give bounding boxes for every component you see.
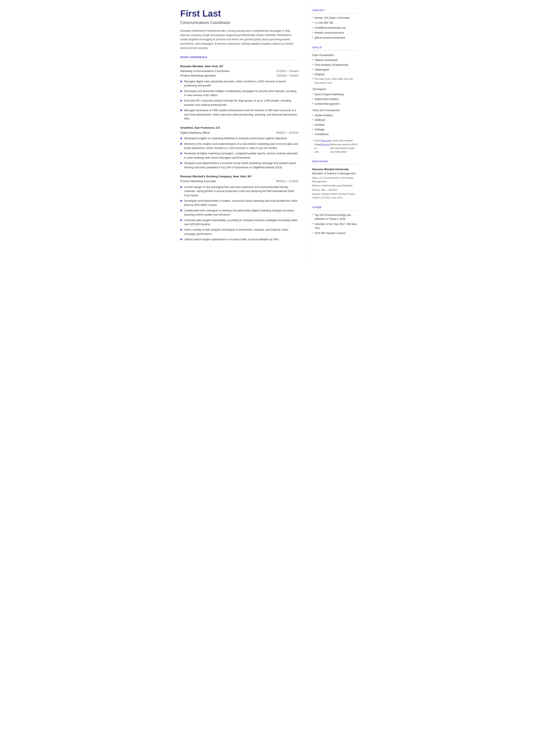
bullet-text: Developed and implemented a modern, succ…: [184, 199, 299, 207]
skill-item: Zendesk: [312, 123, 358, 127]
other-list: Top 100 Professional Blogs and Websites …: [312, 213, 358, 235]
edu-detail-2: Boston, MA — 05/2011: [312, 188, 358, 192]
bullet-text: Worked on the creation and implementatio…: [184, 142, 299, 151]
bullet-item: Led the design of new packaging that use…: [180, 185, 299, 198]
skill-item: Infogram: [312, 72, 358, 76]
edu-detail-0: Major in Communications Technology Manag…: [312, 176, 358, 183]
left-column: First Last Communications Coordinator En…: [171, 0, 306, 259]
skill-item: Datawrapper: [312, 68, 358, 71]
contact-item-0: Denver, OH (Open to Remote): [312, 16, 358, 20]
skill-item: AdStage: [312, 127, 358, 131]
job-role-title: Marketing Communications Coordinator: [180, 69, 230, 73]
jobs-container: Resume Worded, New York, NYMarketing Com…: [180, 64, 299, 241]
skills-note: Recruiter note: enter skills from job de…: [312, 77, 358, 85]
bullet-item: Utilized search engine optimization to i…: [180, 238, 299, 241]
contact-section: CONTACT Denver, OH (Open to Remote)+1-23…: [312, 9, 358, 40]
bullet-dot-icon: [180, 109, 182, 111]
resume-page: First Last Communications Coordinator En…: [171, 0, 365, 259]
skills-cat-title: Data Visualization:: [312, 53, 358, 57]
bullet-text: Utilized search engine optimization to i…: [184, 238, 279, 241]
bullet-dot-icon: [180, 238, 182, 240]
contact-item-3: linkedin.com/in/username: [312, 31, 358, 35]
bullet-dot-icon: [180, 100, 182, 101]
contact-item-1: +1-234-456-789: [312, 21, 358, 25]
skill-item: Zoho Analytics (Experienced): [312, 63, 358, 67]
skill-item: Content Management: [312, 102, 358, 106]
job-date: 08/2012 – 01/2015: [276, 179, 298, 183]
bullet-item: Reviewed all digital marketing campaigns…: [180, 152, 299, 160]
job-block-0: Resume Worded, New York, NYMarketing Com…: [180, 64, 299, 121]
rw-link[interactable]: Resume Worded: [321, 139, 330, 146]
skills-cat-title: Tools and Frameworks:: [312, 108, 358, 113]
bullet-item: Designed and implemented a successful so…: [180, 161, 299, 170]
skills-container: Data Visualization:Tableau (Advanced)Zoh…: [312, 53, 358, 154]
bullet-dot-icon: [180, 143, 182, 145]
skills-category-2: Tools and Frameworks:Adobe AnalyticsSEMr…: [312, 108, 358, 136]
bullet-item: Developed and launched multiple crowdfun…: [180, 89, 299, 98]
other-item-0: Top 100 Professional Blogs and Websites …: [312, 213, 358, 221]
skill-item: Search Engine Marketing: [312, 93, 358, 96]
contact-item-2: email@resumeworded.com: [312, 26, 358, 30]
name: First Last: [180, 9, 299, 18]
edu-detail-3: Awards: National Merit Scholar Finalist,…: [312, 192, 358, 200]
skills-label: SKILLS: [312, 46, 358, 50]
bullet-text: Achieved sales targets dependably, accor…: [184, 218, 299, 227]
bullet-dot-icon: [180, 219, 182, 221]
skills-category-1: Techniques:Search Engine MarketingDigita…: [312, 87, 358, 106]
bullet-item: Worked on the creation and implementatio…: [180, 142, 299, 151]
bullet-text: Managed digital sales streaming accounts…: [184, 79, 299, 88]
bullet-dot-icon: [180, 153, 182, 154]
job-role-row-1-0: Digital Marketing Officer05/2017 – 10/20…: [180, 130, 299, 135]
skills-list-0: Tableau (Advanced)Zoho Analytics (Experi…: [312, 58, 358, 76]
bullet-dot-icon: [180, 90, 182, 92]
other-label: OTHER: [312, 206, 358, 210]
edu-detail-1: Minors in Mathematics and Statistics: [312, 184, 358, 187]
job-date: 07/2019 – Present: [276, 69, 298, 73]
skill-item: Adobe Analytics: [312, 113, 358, 117]
summary: Energetic Marketing Professional with a …: [180, 29, 299, 50]
job-role-row-0-0: Marketing Communications Coordinator07/2…: [180, 69, 299, 73]
bullet-text: Executed 35+ corporate product trainings…: [184, 99, 299, 107]
job-block-2: Resume Worded's Exciting Company, New Yo…: [180, 174, 299, 242]
right-column: CONTACT Denver, OH (Open to Remote)+1-23…: [306, 0, 365, 259]
bullet-dot-icon: [180, 137, 182, 139]
skills-list-1: Search Engine MarketingDigital Data Anal…: [312, 93, 358, 106]
contact-label: CONTACT: [312, 9, 358, 14]
edu-block-0: Resume Worded UniversityBachelor of Scie…: [312, 167, 358, 200]
bullet-dot-icon: [180, 210, 182, 211]
job-role-title: Product Marketing Specialist: [180, 73, 216, 78]
bullet-text: Developed and launched multiple crowdfun…: [184, 89, 299, 98]
bullet-item: Developed insights on marketing initiati…: [180, 136, 299, 141]
bullet-text: Designed and implemented a successful so…: [184, 161, 299, 170]
job-role-row-2-0: Product Marketing Associate08/2012 – 01/…: [180, 179, 299, 183]
skill-item: SEMrush: [312, 118, 358, 122]
job-date: 10/2018 – Present: [276, 74, 298, 78]
other-item-1: Volunteer of the Year 2017, RW New York: [312, 222, 358, 230]
job-company-2: Resume Worded's Exciting Company, New Yo…: [180, 174, 299, 179]
bullet-text: Collaborated with colleagues to develop …: [184, 209, 299, 217]
skills-section: SKILLS Data Visualization:Tableau (Advan…: [312, 46, 358, 154]
rw-link-note: Don't forget to use Resume Worded to sca…: [312, 139, 358, 154]
bullet-item: Used a variety of web-analytics techniqu…: [180, 228, 299, 236]
other-section: OTHER Top 100 Professional Blogs and Web…: [312, 206, 358, 235]
skills-cat-title: Techniques:: [312, 87, 358, 91]
job-bullets-0: Managed digital sales streaming accounts…: [180, 79, 299, 121]
edu-degree: Bachelor of Science in Management: [312, 172, 358, 176]
other-item-2: 2019 RW Speaker's Award: [312, 231, 358, 235]
bullet-dot-icon: [180, 186, 182, 188]
skills-list-2: Adobe AnalyticsSEMrushZendeskAdStageTrac…: [312, 113, 358, 136]
job-role-title: Digital Marketing Officer: [180, 130, 210, 135]
skill-item: TrackMaven: [312, 132, 358, 136]
bullet-item: Managed digital sales streaming accounts…: [180, 79, 299, 88]
contact-item-4: github.com/resumeworded: [312, 36, 358, 40]
bullet-item: Collaborated with colleagues to develop …: [180, 209, 299, 217]
bullet-item: Executed 35+ corporate product trainings…: [180, 99, 299, 107]
skill-item: Tableau (Advanced): [312, 58, 358, 62]
bullet-item: Developed and implemented a modern, succ…: [180, 199, 299, 207]
work-experience-label: WORK EXPERIENCE: [180, 55, 299, 60]
bullet-text: Reviewed all digital marketing campaigns…: [184, 152, 299, 160]
bullet-text: Developed insights on marketing initiati…: [184, 136, 287, 141]
job-date: 05/2017 – 10/2019: [276, 131, 298, 135]
job-title: Communications Coordinator: [180, 20, 299, 26]
job-block-1: Growthsi, San Francisco, CADigital Marke…: [180, 126, 299, 170]
